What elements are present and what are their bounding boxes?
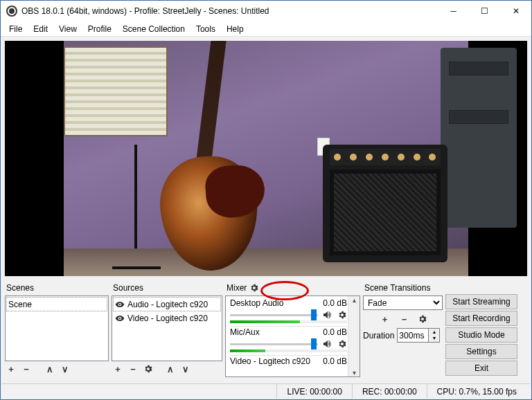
mixer-channel-name: Video - Logitech c920 <box>230 356 310 366</box>
menu-profile[interactable]: Profile <box>82 22 117 36</box>
mixer-channel: Mic/Aux0.0 dB <box>230 327 347 356</box>
preview-area[interactable] <box>5 41 527 276</box>
settings-button[interactable]: Settings <box>445 344 517 359</box>
visibility-icon[interactable] <box>115 300 125 309</box>
status-rec: REC: 00:00:00 <box>352 384 427 399</box>
source-item[interactable]: Video - Logitech c920 <box>112 312 222 325</box>
duration-label: Duration <box>363 331 394 340</box>
scene-down-button[interactable]: ∨ <box>59 363 71 375</box>
scenes-toolbar: + − ∧ ∨ <box>5 361 109 376</box>
mixer-header: Mixer <box>225 282 360 296</box>
duration-spinner[interactable]: ▲▼ <box>397 328 440 343</box>
status-cpu: CPU: 0.7%, 15.00 fps <box>427 384 526 399</box>
mixer-settings-icon[interactable] <box>249 283 259 293</box>
transition-select[interactable]: Fade <box>363 296 443 310</box>
menu-help[interactable]: Help <box>221 22 249 36</box>
source-add-button[interactable]: + <box>112 363 124 375</box>
mixer-channel-db: 0.0 dB <box>323 327 347 337</box>
mixer-channel-name: Mic/Aux <box>230 327 260 337</box>
transition-settings-icon[interactable] <box>418 314 427 324</box>
start-recording-button[interactable]: Start Recording <box>445 311 517 326</box>
menu-bar: File Edit View Profile Scene Collection … <box>1 21 531 37</box>
transition-remove-button[interactable]: − <box>398 313 411 325</box>
source-item[interactable]: Audio - Logitech c920 <box>113 297 221 311</box>
status-bar: LIVE: 00:00:00 REC: 00:00:00 CPU: 0.7%, … <box>1 383 531 399</box>
scenes-list[interactable]: Scene <box>5 296 109 361</box>
mixer-panel: Mixer Desktop Audio0.0 dB Mic/Aux0.0 dB <box>225 282 360 377</box>
mixer-scrollbar[interactable]: ▴▾ <box>348 296 360 376</box>
scene-item[interactable]: Scene <box>6 297 107 311</box>
source-remove-button[interactable]: − <box>127 363 139 375</box>
app-logo-icon <box>6 6 17 17</box>
scene-remove-button[interactable]: − <box>20 363 33 375</box>
source-item-label: Video - Logitech c920 <box>127 313 208 323</box>
scene-item-label: Scene <box>8 300 32 309</box>
window-title: OBS 18.0.1 (64bit, windows) - Profile: S… <box>21 6 438 16</box>
minimize-button[interactable]: ─ <box>438 1 469 21</box>
studio-mode-button[interactable]: Studio Mode <box>445 327 517 343</box>
speaker-icon[interactable] <box>322 309 333 320</box>
gear-icon <box>143 364 153 374</box>
mixer-volume-slider[interactable] <box>230 310 318 320</box>
start-streaming-button[interactable]: Start Streaming <box>445 294 517 309</box>
menu-view[interactable]: View <box>53 22 82 36</box>
preview-video <box>64 41 468 276</box>
sources-toolbar: + − ∧ ∨ <box>112 361 222 376</box>
mixer-title: Mixer <box>227 283 247 293</box>
mixer-channel-db: 0.0 dB <box>323 298 347 308</box>
transition-add-button[interactable]: + <box>379 313 391 325</box>
source-item-label: Audio - Logitech c920 <box>127 300 208 309</box>
scenes-panel: Scenes Scene + − ∧ ∨ <box>5 282 109 377</box>
mixer-list: Desktop Audio0.0 dB Mic/Aux0.0 dB Vi <box>225 296 360 377</box>
mixer-meter <box>230 349 347 352</box>
menu-file[interactable]: File <box>3 22 28 36</box>
source-down-button[interactable]: ∨ <box>179 363 192 375</box>
mixer-channel: Desktop Audio0.0 dB <box>230 298 347 327</box>
controls-panel: Start Streaming Start Recording Studio M… <box>445 294 517 377</box>
spinner-down-icon[interactable]: ▼ <box>429 335 439 341</box>
exit-button[interactable]: Exit <box>445 361 517 376</box>
duration-input[interactable] <box>397 328 429 343</box>
scene-add-button[interactable]: + <box>5 363 17 375</box>
close-button[interactable]: ✕ <box>500 1 531 21</box>
mixer-channel-settings-icon[interactable] <box>337 339 347 349</box>
mixer-channel-db: 0.0 dB <box>323 356 347 366</box>
mixer-volume-slider[interactable] <box>230 339 318 349</box>
menu-tools[interactable]: Tools <box>190 22 221 36</box>
scene-up-button[interactable]: ∧ <box>44 363 56 375</box>
scenes-title: Scenes <box>5 282 109 296</box>
sources-panel: Sources Audio - Logitech c920 Video - Lo… <box>112 282 222 377</box>
source-properties-button[interactable] <box>142 363 154 375</box>
mixer-channel-settings-icon[interactable] <box>337 310 347 320</box>
source-up-button[interactable]: ∧ <box>164 363 177 375</box>
mixer-meter <box>230 320 347 323</box>
menu-edit[interactable]: Edit <box>28 22 53 36</box>
status-live: LIVE: 00:00:00 <box>276 384 351 399</box>
menu-scene-collection[interactable]: Scene Collection <box>117 22 190 36</box>
title-bar: OBS 18.0.1 (64bit, windows) - Profile: S… <box>1 1 531 21</box>
sources-list[interactable]: Audio - Logitech c920 Video - Logitech c… <box>112 296 222 361</box>
sources-title: Sources <box>112 282 222 296</box>
mixer-channel: Video - Logitech c9200.0 dB <box>230 356 347 369</box>
speaker-icon[interactable] <box>322 338 333 349</box>
visibility-icon[interactable] <box>115 313 125 323</box>
spinner-up-icon[interactable]: ▲ <box>429 329 439 335</box>
transitions-title: Scene Transitions <box>363 282 443 296</box>
maximize-button[interactable]: ☐ <box>469 1 500 21</box>
transitions-panel: Scene Transitions Fade + − Duration ▲▼ <box>363 282 443 377</box>
mixer-channel-name: Desktop Audio <box>230 298 283 308</box>
